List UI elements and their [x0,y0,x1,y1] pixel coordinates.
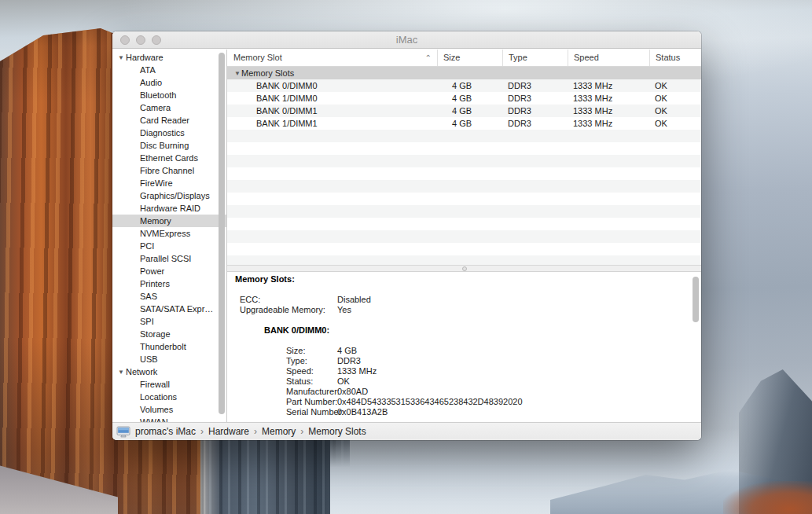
sidebar-item-nvmexpress[interactable]: NVMExpress [112,227,226,240]
sidebar-item-camera[interactable]: Camera [112,101,226,114]
cell-slot: BANK 1/DIMM0 [227,92,437,105]
table-row[interactable]: BANK 0/DIMM14 GBDDR31333 MHzOK [227,105,701,117]
detail-label: Serial Number: [286,407,344,417]
cell-speed: 1333 MHz [568,117,649,130]
detail-label: Type: [286,356,307,366]
breadcrumb-segment[interactable]: Memory [262,426,296,437]
detail-value: DDR3 [337,356,361,366]
titlebar[interactable]: iMac [112,31,701,49]
cell-type: DDR3 [502,117,568,130]
sidebar-item-sas[interactable]: SAS [112,290,226,303]
wallpaper-trees [723,481,812,514]
sidebar-item-card-reader[interactable]: Card Reader [112,114,226,127]
system-information-window: iMac ▼HardwareATAAudioBluetoothCameraCar… [112,31,701,440]
sidebar-item-audio[interactable]: Audio [112,76,226,89]
detail-pane: Memory Slots:ECC:DisabledUpgradeable Mem… [227,272,701,422]
pane-splitter[interactable] [227,265,701,272]
detail-line: Type:DDR3 [227,356,701,366]
detail-label: Upgradeable Memory: [240,305,325,315]
detail-line [227,336,701,346]
sidebar-item-power[interactable]: Power [112,265,226,277]
detail-line: Manufacturer:0x80AD [227,387,701,397]
detail-heading: BANK 0/DIMM0: [264,325,329,336]
sidebar-item-parallel-scsi[interactable]: Parallel SCSI [112,252,226,265]
cell-slot: BANK 1/DIMM1 [227,117,437,130]
detail-line [227,315,701,325]
breadcrumb-segment[interactable]: Memory Slots [308,426,366,437]
sidebar: ▼HardwareATAAudioBluetoothCameraCard Rea… [112,50,227,422]
detail-label: Part Number: [286,397,337,407]
detail-value: 0x484D54333531533643465238432D48392020 [337,397,523,407]
sidebar-item-ata[interactable]: ATA [112,64,226,76]
sidebar-section-hardware[interactable]: ▼Hardware [112,51,226,64]
detail-line: BANK 0/DIMM0: [227,325,701,336]
cell-speed: 1333 MHz [568,92,649,105]
cell-type: DDR3 [502,92,568,105]
breadcrumb-separator: › [296,426,308,437]
breadcrumb-separator: › [249,426,262,437]
splitter-grab-handle-icon[interactable] [462,266,467,271]
cell-status: OK [649,105,701,117]
disclosure-triangle-icon: ▼ [234,68,241,80]
detail-value: Yes [337,305,351,315]
sidebar-item-diagnostics[interactable]: Diagnostics [112,127,226,139]
cell-size: 4 GB [437,117,502,130]
breadcrumb-segment[interactable]: Hardware [208,426,249,437]
sidebar-item-printers[interactable]: Printers [112,277,226,290]
table-row[interactable]: BANK 0/DIMM04 GBDDR31333 MHzOK [227,79,701,92]
cell-status: OK [649,92,701,105]
sidebar-item-volumes[interactable]: Volumes [112,403,226,416]
detail-line: Size:4 GB [227,346,701,356]
sidebar-item-ethernet-cards[interactable]: Ethernet Cards [112,152,226,164]
sidebar-item-hardware-raid[interactable]: Hardware RAID [112,202,226,215]
disclosure-triangle-icon[interactable]: ▼ [118,52,126,64]
detail-line: Upgradeable Memory:Yes [227,305,701,315]
path-bar: promac's iMac›Hardware›Memory›Memory Slo… [112,422,701,440]
sidebar-section-network[interactable]: ▼Network [112,365,226,378]
sidebar-item-fibre-channel[interactable]: Fibre Channel [112,164,226,177]
sidebar-item-sata-sata-expr[interactable]: SATA/SATA Expr… [112,303,226,315]
disclosure-triangle-icon[interactable]: ▼ [118,366,126,378]
sidebar-scrollbar[interactable] [219,53,225,414]
table-row[interactable]: BANK 1/DIMM14 GBDDR31333 MHzOK [227,117,701,130]
detail-line: Status:OK [227,376,701,387]
sidebar-item-spi[interactable]: SPI [112,315,226,328]
table-header: Memory Slot⌃SizeTypeSpeedStatus [227,50,701,67]
detail-label: Status: [286,376,313,387]
sidebar-item-usb[interactable]: USB [112,353,226,365]
column-header-status[interactable]: Status [649,50,701,66]
sidebar-item-firewall[interactable]: Firewall [112,378,226,391]
detail-label: Size: [286,346,305,356]
sidebar-item-storage[interactable]: Storage [112,328,226,340]
sidebar-item-wwan[interactable]: WWAN [112,416,226,422]
detail-scrollbar[interactable] [693,277,699,322]
sidebar-section-label: Hardware [126,53,164,62]
column-header-speed[interactable]: Speed [568,50,649,66]
detail-value: 4 GB [337,346,357,356]
sidebar-item-graphics-displays[interactable]: Graphics/Displays [112,189,226,202]
sidebar-item-pci[interactable]: PCI [112,240,226,252]
sidebar-item-memory[interactable]: Memory [112,215,226,227]
column-header-memory-slot[interactable]: Memory Slot⌃ [227,50,437,66]
sidebar-item-thunderbolt[interactable]: Thunderbolt [112,340,226,353]
sidebar-item-bluetooth[interactable]: Bluetooth [112,89,226,101]
detail-heading: Memory Slots: [235,274,295,285]
sidebar-item-locations[interactable]: Locations [112,391,226,403]
cell-size: 4 GB [437,105,502,117]
detail-value: 1333 MHz [337,366,377,376]
breadcrumb-segment[interactable]: promac's iMac [135,426,196,437]
detail-value: 0x0B413A2B [337,407,388,417]
sidebar-item-firewire[interactable]: FireWire [112,177,226,189]
table-group-row[interactable]: ▼Memory Slots [227,67,701,79]
detail-label: Speed: [286,366,314,376]
breadcrumb: promac's iMac›Hardware›Memory›Memory Slo… [135,426,366,437]
table-row[interactable]: BANK 1/DIMM04 GBDDR31333 MHzOK [227,92,701,105]
cell-slot: BANK 0/DIMM0 [227,79,437,92]
breadcrumb-separator: › [196,426,208,437]
sidebar-item-disc-burning[interactable]: Disc Burning [112,139,226,152]
cell-speed: 1333 MHz [568,105,649,117]
cell-type: DDR3 [502,79,568,92]
cell-status: OK [649,117,701,130]
column-header-type[interactable]: Type [502,50,568,66]
column-header-size[interactable]: Size [437,50,502,66]
